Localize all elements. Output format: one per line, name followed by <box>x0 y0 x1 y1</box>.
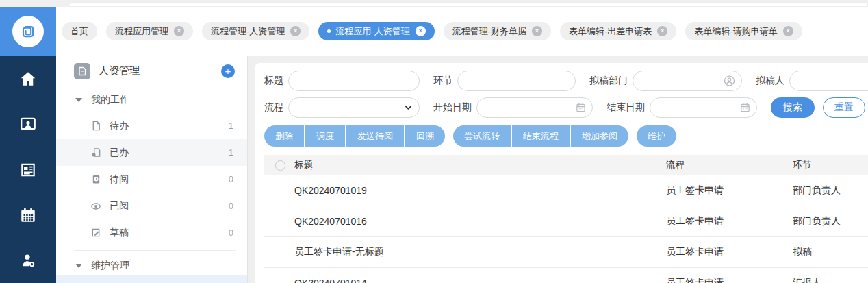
action-toolbar: 删除调度发送待阅回溯尝试流转结束流程增加参阅维护 <box>264 125 868 147</box>
tree-item-read[interactable]: 已阅 0 <box>56 193 247 219</box>
close-icon[interactable] <box>657 26 667 36</box>
tree-group-my-work[interactable]: 我的工作 <box>56 88 247 112</box>
content-card: 标题 环节 拟稿部门 拟稿人 流程 开始日期 <box>255 63 868 283</box>
field-label: 环节 <box>433 75 452 87</box>
tab-label: 流程管理-财务单据 <box>452 25 526 38</box>
form-field-step: 环节 <box>433 71 576 91</box>
search-form: 标题 环节 拟稿部门 拟稿人 流程 开始日期 <box>264 71 868 118</box>
close-icon[interactable] <box>290 26 301 36</box>
close-icon[interactable] <box>783 26 793 36</box>
dispatch-button[interactable]: 调度 <box>305 125 345 147</box>
action-group: 尝试流转结束流程增加参阅 <box>453 125 628 147</box>
chevron-down-icon <box>75 98 82 102</box>
close-icon[interactable] <box>416 26 426 36</box>
done-doc-icon <box>90 147 101 158</box>
close-icon[interactable] <box>174 26 184 36</box>
draft-dept-input-box <box>633 71 742 91</box>
row-title[interactable]: QK20240701016 <box>294 216 666 227</box>
calendar-icon <box>740 103 750 113</box>
form-field-title: 标题 <box>264 71 420 91</box>
tab-flow-app-hr[interactable]: 流程应用-人资管理 <box>318 22 434 40</box>
user-settings-icon[interactable] <box>0 238 56 283</box>
tree-item-todo[interactable]: 待办 1 <box>56 112 247 139</box>
form-field-draft-dept: 拟稿部门 <box>589 71 742 91</box>
title-input[interactable] <box>289 71 419 90</box>
user-monitor-icon[interactable] <box>0 101 56 147</box>
todo-doc-icon <box>90 121 101 132</box>
flow-input-box <box>288 97 420 118</box>
reset-button[interactable]: 重置 <box>823 97 865 118</box>
tree-item-done[interactable]: 已办 1 <box>56 139 247 166</box>
tab-label: 流程应用-人资管理 <box>335 25 409 38</box>
main-area: 标题 环节 拟稿部门 拟稿人 流程 开始日期 <box>248 56 868 283</box>
step-input-box <box>457 71 576 91</box>
module-panel: 人资管理 我的工作 待办 1 已办 1 待阅 0 已阅 0 草稿 0 维护管理 <box>56 56 248 283</box>
close-icon[interactable] <box>532 26 542 36</box>
tree-item-label: 待办 <box>110 120 229 132</box>
top-strip-card <box>68 2 868 7</box>
row-step: 部门负责人 <box>793 184 868 197</box>
tab-label: 首页 <box>71 25 88 38</box>
try-flow-button[interactable]: 尝试流转 <box>453 125 511 147</box>
tree-item-draft[interactable]: 草稿 0 <box>56 219 247 246</box>
tree-item-label: 待阅 <box>110 173 229 186</box>
end-date-input-box <box>650 97 757 118</box>
table-row[interactable]: 员工签卡申请-无标题员工签卡申请拟稿 <box>264 237 868 268</box>
end-flow-button[interactable]: 结束流程 <box>512 125 570 147</box>
maintain-button[interactable]: 维护 <box>637 125 676 147</box>
row-flow: 员工签卡申请 <box>666 184 793 197</box>
rollback-button[interactable]: 回溯 <box>405 125 445 147</box>
plus-icon[interactable] <box>221 64 235 78</box>
work-table: 标题流程环节 QK20240701019员工签卡申请部门负责人QK2024070… <box>264 155 868 283</box>
step-input[interactable] <box>458 71 575 90</box>
eye-icon <box>90 201 101 212</box>
row-title[interactable]: QK20240701019 <box>294 185 666 196</box>
table-row[interactable]: QK20240701014员工签卡申请汇报人 <box>264 268 868 283</box>
tab-flow-mgmt-finance[interactable]: 流程管理-财务单据 <box>444 22 551 40</box>
module-doc-icon <box>74 63 90 79</box>
module-tree: 我的工作 待办 1 已办 1 待阅 0 已阅 0 草稿 0 维护管理 <box>56 86 247 278</box>
person-icon <box>724 75 735 87</box>
send-toread-button[interactable]: 发送待阅 <box>346 125 404 147</box>
select-all-circle[interactable] <box>275 160 285 171</box>
tab-home[interactable]: 首页 <box>62 22 97 40</box>
home-icon[interactable] <box>0 56 56 101</box>
flow-input[interactable] <box>289 98 419 117</box>
row-title[interactable]: 员工签卡申请-无标题 <box>294 246 666 258</box>
news-icon[interactable] <box>0 147 56 192</box>
start-date-input[interactable] <box>477 98 592 117</box>
table-row[interactable]: QK20240701019员工签卡申请部门负责人 <box>264 175 868 206</box>
tree-item-toread[interactable]: 待阅 0 <box>56 166 247 193</box>
header: 首页 流程应用管理 流程管理-人资管理 流程应用-人资管理 流程管理-财务单据 … <box>0 7 868 56</box>
tree-item-label: 已阅 <box>110 200 229 212</box>
add-ref-button[interactable]: 增加参阅 <box>571 125 628 147</box>
tab-form-edit-travel[interactable]: 表单编辑-出差申请表 <box>560 22 676 40</box>
tab-bar: 首页 流程应用管理 流程管理-人资管理 流程应用-人资管理 流程管理-财务单据 … <box>56 7 868 56</box>
app-logo[interactable] <box>0 7 56 56</box>
start-date-input-box <box>476 97 593 118</box>
field-label: 标题 <box>264 75 283 87</box>
field-label: 开始日期 <box>433 101 472 114</box>
panel-title: 人资管理 <box>99 64 221 77</box>
chevron-down-icon <box>404 103 413 112</box>
tab-form-edit-purchase[interactable]: 表单编辑-请购申请单 <box>685 22 802 40</box>
title-input-box <box>288 71 420 91</box>
row-flow: 员工签卡申请 <box>666 246 793 258</box>
tab-flow-mgmt-hr[interactable]: 流程管理-人资管理 <box>202 22 309 40</box>
delete-button[interactable]: 删除 <box>264 125 304 147</box>
calendar-icon[interactable] <box>0 193 56 238</box>
tab-label: 流程管理-人资管理 <box>211 25 285 38</box>
tree-item-count: 1 <box>229 147 233 158</box>
search-button[interactable]: 搜索 <box>771 97 815 118</box>
left-rail <box>0 56 56 283</box>
form-field-end-date: 结束日期 <box>607 97 757 118</box>
drafter-input[interactable] <box>790 71 868 90</box>
field-label: 拟稿部门 <box>589 75 628 87</box>
tab-flow-app-mgmt[interactable]: 流程应用管理 <box>106 22 193 40</box>
row-title[interactable]: QK20240701014 <box>294 278 666 283</box>
tree-item-label: 已办 <box>110 147 229 159</box>
module-panel-header: 人资管理 <box>56 56 247 86</box>
table-header: 标题流程环节 <box>264 155 868 175</box>
tree-item-count: 0 <box>229 174 233 184</box>
table-row[interactable]: QK20240701016员工签卡申请部门负责人 <box>264 206 868 237</box>
